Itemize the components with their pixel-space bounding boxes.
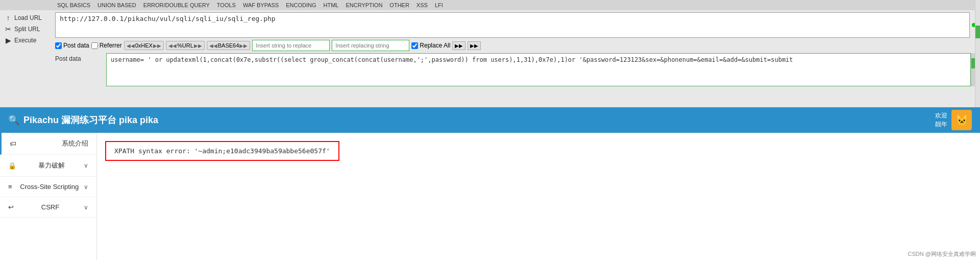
browser-title-container: 🔍 Pikachu 漏洞练习平台 pika pika: [8, 114, 158, 126]
replace-all-checkbox[interactable]: [411, 42, 418, 49]
nav-item-lfi[interactable]: LFI: [432, 2, 446, 9]
nav-menu: SQL BASICSUNION BASEDERROR/DOUBLE QUERYT…: [0, 0, 980, 10]
hex-label: 0xHEX: [135, 42, 153, 49]
base64-label: BASE64: [218, 42, 239, 49]
error-message: XPATH syntax error: '~admin;e10adc3949ba…: [114, 147, 330, 155]
request-area: Post data Referrer ◀◀ 0xHEX ▶▶ ◀◀ %URL ▶…: [51, 10, 980, 88]
browser-sidebar-item-0[interactable]: 🏷系统介绍: [0, 133, 96, 155]
arrow-left-b64-icon: ◀◀: [209, 43, 217, 49]
post-data-input[interactable]: [106, 53, 971, 86]
url-encode-btn[interactable]: ◀◀ %URL ▶▶: [166, 41, 205, 50]
avatar-emoji: 🐱: [955, 114, 968, 126]
browser-body: 🏷系统介绍🔒暴力破解∨≡Cross-Site Scripting∨↩CSRF∨ …: [0, 133, 980, 260]
action-icon: ▶: [4, 36, 12, 44]
replace-arrow-btn2[interactable]: ▶▶: [468, 41, 481, 50]
sidebar-item-label: Cross-Site Scripting: [20, 183, 79, 191]
welcome-label: 欢迎: [935, 111, 947, 120]
main-scrollbar[interactable]: [975, 0, 980, 107]
avatar-area: 欢迎 靓年 🐱: [935, 110, 972, 130]
arrow-right-icon: ▶▶: [153, 43, 161, 49]
sidebar-item-icon: ≡: [8, 183, 12, 191]
browser-title: Pikachu 漏洞练习平台 pika pika: [23, 114, 158, 126]
replace-all-text: Replace All: [420, 42, 450, 49]
action-icon: ✂: [4, 25, 12, 33]
post-data-row: Post data: [55, 53, 976, 86]
sidebar-item-label: 系统介绍: [62, 139, 88, 148]
nav-item-waf-bypass[interactable]: WAF BYPASS: [240, 2, 282, 9]
action-icon: ↑: [4, 14, 12, 22]
arrow-left-icon: ◀◀: [127, 43, 135, 49]
browser-sidebar: 🏷系统介绍🔒暴力破解∨≡Cross-Site Scripting∨↩CSRF∨: [0, 133, 97, 260]
nav-item-error-double-query[interactable]: ERROR/DOUBLE QUERY: [140, 2, 213, 9]
arrow-right-b64-icon: ▶▶: [239, 43, 248, 49]
browser-sidebar-item-2[interactable]: ≡Cross-Site Scripting∨: [0, 177, 96, 197]
nav-item-xss[interactable]: XSS: [413, 2, 431, 9]
sidebar-action-load-url[interactable]: ↑Load URL: [0, 12, 51, 23]
post-data-checkbox[interactable]: [55, 42, 62, 49]
main-scrollbar-thumb: [975, 26, 980, 38]
error-box: XPATH syntax error: '~admin;e10adc3949ba…: [105, 141, 339, 161]
search-icon: 🔍: [8, 114, 19, 126]
action-label: Load URL: [14, 14, 42, 21]
replace-all-label[interactable]: Replace All: [411, 42, 450, 49]
sidebar-item-icon: ↩: [8, 203, 14, 211]
avatar: 🐱: [951, 110, 972, 130]
base64-encode-btn[interactable]: ◀◀ BASE64 ▶▶: [207, 41, 251, 50]
nav-item-encryption[interactable]: ENCRYPTION: [342, 2, 385, 9]
sidebar-action-execute[interactable]: ▶Execute: [0, 35, 51, 46]
arrow-right-url-icon: ▶▶: [194, 43, 202, 49]
nav-item-union-based[interactable]: UNION BASED: [94, 2, 139, 9]
referrer-checkbox-label[interactable]: Referrer: [91, 42, 122, 49]
browser-area: 🔍 Pikachu 漏洞练习平台 pika pika 欢迎 靓年 🐱 🏷系统介绍…: [0, 107, 980, 260]
sidebar-item-icon: 🏷: [10, 140, 16, 148]
nav-item-other[interactable]: OTHER: [386, 2, 412, 9]
post-data-section-label: Post data: [55, 53, 106, 62]
url-input[interactable]: [55, 12, 970, 38]
year-label: 靓年: [935, 120, 947, 129]
chevron-down-icon: ∨: [84, 204, 88, 211]
sidebar-item-label: CSRF: [41, 203, 59, 211]
referrer-label: Referrer: [100, 42, 122, 49]
chevron-down-icon: ∨: [84, 183, 88, 191]
browser-sidebar-item-1[interactable]: 🔒暴力破解∨: [0, 155, 96, 177]
action-label: Execute: [14, 37, 36, 44]
left-sidebar: ↑Load URL✂Split URL▶Execute: [0, 10, 51, 48]
sidebar-action-split-url[interactable]: ✂Split URL: [0, 23, 51, 35]
nav-item-tools[interactable]: TOOLS: [214, 2, 239, 9]
browser-header: 🔍 Pikachu 漏洞练习平台 pika pika 欢迎 靓年 🐱: [0, 107, 980, 133]
referrer-checkbox[interactable]: [91, 42, 98, 49]
browser-sidebar-item-3[interactable]: ↩CSRF∨: [0, 197, 96, 218]
action-label: Split URL: [14, 26, 40, 33]
post-data-checkbox-label[interactable]: Post data: [55, 42, 89, 49]
replace-arrow-btn[interactable]: ▶▶: [452, 41, 465, 50]
url-bar-container: [55, 12, 976, 38]
insert-replacing-field[interactable]: [332, 40, 409, 51]
welcome-text: 欢迎 靓年: [935, 111, 947, 129]
hex-encode-btn[interactable]: ◀◀ 0xHEX ▶▶: [124, 41, 164, 50]
sidebar-item-icon: 🔒: [8, 162, 16, 170]
insert-string-field[interactable]: [252, 40, 330, 51]
sidebar-item-label: 暴力破解: [38, 161, 65, 170]
arrow-left-url-icon: ◀◀: [168, 43, 177, 49]
toolbar-row: Post data Referrer ◀◀ 0xHEX ▶▶ ◀◀ %URL ▶…: [55, 40, 976, 51]
nav-item-sql-basics[interactable]: SQL BASICS: [54, 2, 93, 9]
watermark: CSDN @网络安全真难学啊: [908, 250, 976, 258]
chevron-down-icon: ∨: [84, 162, 88, 169]
nav-item-html[interactable]: HTML: [320, 2, 341, 9]
nav-item-encoding[interactable]: ENCODING: [283, 2, 319, 9]
url-label: %URL: [177, 42, 193, 49]
post-data-label: Post data: [63, 42, 89, 49]
browser-main-content: XPATH syntax error: '~admin;e10adc3949ba…: [97, 133, 980, 260]
